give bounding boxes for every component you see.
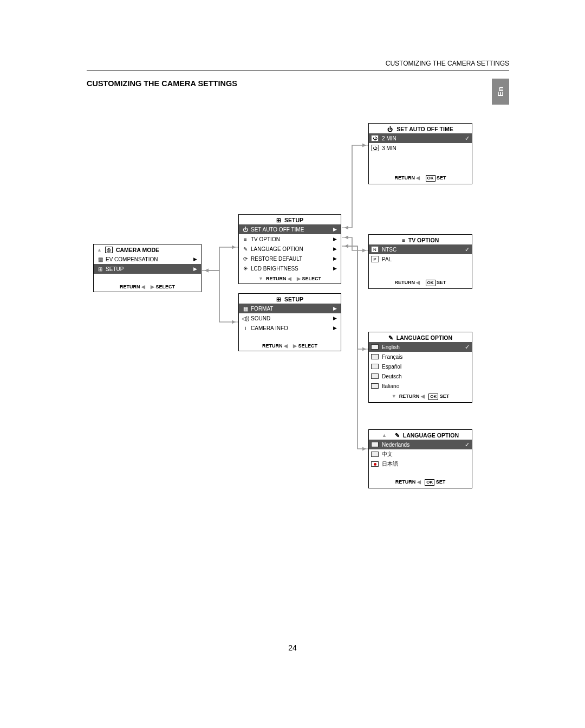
left-arrow-icon: ◀: [284, 343, 288, 349]
panel-title-text: SETUP: [284, 296, 303, 302]
panel-title: ≡ TV OPTION: [369, 235, 472, 244]
down-arrow-icon: ▼: [258, 276, 263, 281]
chevron-right-icon: ▶: [331, 315, 339, 321]
menu-item-restore[interactable]: ⟳ RESTORE DEFAULT ▶: [239, 254, 341, 263]
option-francais[interactable]: Français: [369, 352, 472, 362]
panel-footer: RETURN ◀ OK SET: [369, 172, 472, 184]
panel-title-text: LANGUAGE OPTION: [396, 334, 452, 341]
option-pal[interactable]: P PAL: [369, 254, 472, 264]
chevron-right-icon: ▶: [331, 227, 339, 232]
menu-item-camera-info[interactable]: i CAMERA INFO ▶: [239, 323, 341, 333]
panel-footer: ▼ RETURN ◀ ▶ SELECT: [239, 273, 341, 284]
check-icon: ✓: [465, 246, 470, 253]
panel-autooff: ⏻ SET AUTO OFF TIME ⏻ 2 MIN ✓ ⏻ 3 MIN RE…: [368, 123, 472, 184]
panel-language-1: ✎ LANGUAGE OPTION English ✓ Français Esp…: [368, 332, 472, 403]
option-italiano[interactable]: Italiano: [369, 381, 472, 391]
panel-footer: RETURN ◀ OK SET: [369, 277, 472, 288]
option-english[interactable]: English ✓: [369, 342, 472, 352]
menu-item-format[interactable]: ▦ FORMAT ▶: [239, 304, 341, 313]
setup-icon: ⊞: [276, 217, 281, 223]
set-label: SET: [437, 280, 446, 285]
header-rule: [87, 70, 509, 70]
menu-item-label: LANGUAGE OPTION: [250, 246, 331, 252]
menu-item-setup[interactable]: ⊞ SETUP ▶: [94, 264, 201, 274]
flag-icon: [371, 442, 379, 447]
chevron-right-icon: ▶: [331, 256, 339, 261]
pal-icon: P: [371, 256, 379, 262]
chevron-right-icon: ▶: [331, 266, 339, 271]
setup-icon: ⊞: [96, 266, 105, 272]
camera-icon: ◎: [105, 247, 113, 253]
option-chinese[interactable]: 中文: [369, 449, 472, 459]
set-label: SET: [436, 479, 446, 485]
option-label: English: [381, 344, 465, 350]
left-arrow-icon: ◀: [416, 280, 420, 285]
option-espanol[interactable]: Español: [369, 362, 472, 371]
panel-title-text: CAMERA MODE: [116, 247, 159, 253]
option-label: 3 MIN: [381, 145, 470, 151]
brightness-icon: ☀: [241, 266, 250, 272]
section-title: CUSTOMIZING THE CAMERA SETTINGS: [87, 79, 237, 88]
restore-icon: ⟳: [241, 256, 250, 262]
panel-footer: RETURN ◀ ▶ SELECT: [94, 281, 201, 292]
menu-item-label: TV OPTION: [250, 236, 331, 242]
option-label: Nederlands: [381, 442, 465, 448]
menu-item-ev-compensation[interactable]: ▨ EV COMPENSATION ▶: [94, 254, 201, 264]
option-label: 日本語: [381, 460, 470, 468]
chevron-right-icon: ▶: [331, 246, 339, 252]
chevron-right-icon: ▶: [331, 236, 339, 242]
menu-item-label: LCD BRIGHTNESS: [250, 266, 331, 272]
option-label: 2 MIN: [381, 136, 465, 141]
ok-icon: OK: [425, 479, 434, 486]
panel-title-text: SETUP: [284, 217, 303, 223]
right-arrow-icon: ▶: [151, 284, 154, 289]
return-label: RETURN: [394, 280, 415, 285]
menu-item-autooff[interactable]: ⏻ SET AUTO OFF TIME ▶: [239, 224, 341, 234]
language-icon: ✎: [395, 432, 400, 439]
flag-icon: [371, 354, 379, 359]
menu-item-tvoption[interactable]: ≡ TV OPTION ▶: [239, 234, 341, 244]
language-icon: ✎: [241, 246, 250, 252]
option-label: 中文: [381, 450, 470, 458]
panel-footer: RETURN ◀ ▶ SELECT: [239, 340, 341, 351]
tv-icon: ≡: [241, 236, 250, 242]
option-2min[interactable]: ⏻ 2 MIN ✓: [369, 133, 472, 143]
panel-camera-mode: ▲ ◎ CAMERA MODE ▨ EV COMPENSATION ▶ ⊞ SE…: [93, 244, 202, 292]
page: CUSTOMIZING THE CAMERA SETTINGS CUSTOMIZ…: [0, 0, 585, 728]
menu-item-lcd[interactable]: ☀ LCD BRIGHTNESS ▶: [239, 263, 341, 273]
format-icon: ▦: [241, 306, 250, 312]
page-number: 24: [0, 643, 585, 652]
option-deutsch[interactable]: Deutsch: [369, 371, 472, 381]
option-nederlands[interactable]: Nederlands ✓: [369, 440, 472, 449]
option-3min[interactable]: ⏻ 3 MIN: [369, 143, 472, 153]
menu-item-language[interactable]: ✎ LANGUAGE OPTION ▶: [239, 244, 341, 254]
panel-title: ✎ LANGUAGE OPTION: [369, 332, 472, 342]
option-japanese[interactable]: 日本語: [369, 459, 472, 469]
setup-icon: ⊞: [276, 296, 281, 302]
up-arrow-icon: ▲: [382, 433, 387, 438]
power-icon: ⏻: [241, 227, 250, 233]
down-arrow-icon: ▼: [392, 394, 396, 399]
flag-icon: [371, 344, 379, 350]
option-label: PAL: [381, 256, 470, 262]
running-head: CUSTOMIZING THE CAMERA SETTINGS: [386, 60, 509, 67]
panel-setup-1: ⊞ SETUP ⏻ SET AUTO OFF TIME ▶ ≡ TV OPTIO…: [238, 214, 341, 284]
panel-title-text: LANGUAGE OPTION: [403, 432, 459, 439]
info-icon: i: [241, 325, 250, 331]
option-label: NTSC: [381, 247, 465, 253]
return-label: RETURN: [399, 394, 420, 399]
panel-title-text: TV OPTION: [408, 237, 439, 243]
flag-icon: [371, 364, 379, 369]
ok-icon: OK: [426, 280, 435, 286]
menu-item-label: EV COMPENSATION: [105, 256, 191, 262]
chevron-right-icon: ▶: [331, 325, 339, 331]
menu-item-sound[interactable]: ◁)) SOUND ▶: [239, 313, 341, 323]
check-icon: ✓: [465, 135, 470, 142]
return-label: RETURN: [120, 284, 140, 289]
option-label: Français: [381, 354, 470, 360]
ok-icon: OK: [428, 394, 438, 400]
left-arrow-icon: ◀: [421, 394, 425, 399]
return-label: RETURN: [262, 343, 283, 349]
power-icon: ⏻: [371, 135, 379, 141]
option-ntsc[interactable]: N NTSC ✓: [369, 244, 472, 254]
